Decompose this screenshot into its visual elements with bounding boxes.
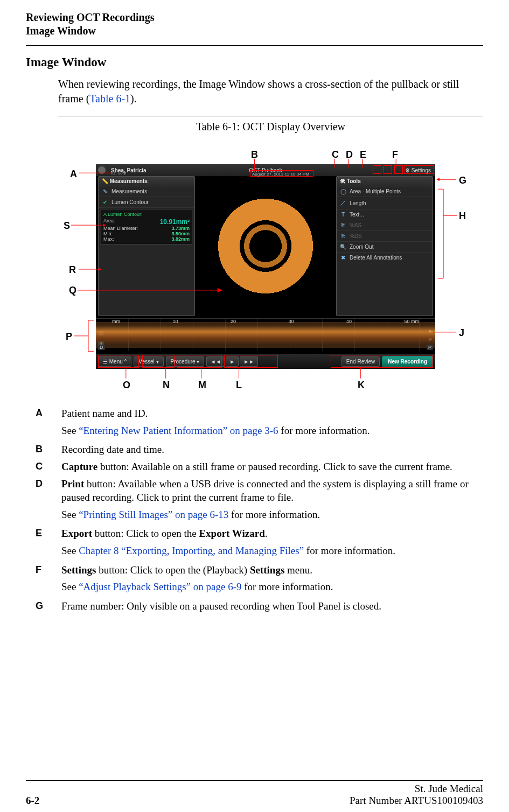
tool-zoom-out[interactable]: 🔍Zoom Out (337, 242, 433, 253)
footer-rule (26, 780, 483, 781)
legend-text-A: Patient name and ID. (61, 407, 483, 421)
legend-see-D: See “Printing Still Images” on page 6-13… (61, 508, 483, 522)
main-view: 📏 Measurements ✎Measurements ✔Lumen Cont… (96, 176, 435, 327)
line-icon: ／ (340, 199, 346, 207)
xref-link: “Entering New Patient Information” on pa… (79, 425, 278, 436)
label-M: M (198, 380, 206, 391)
legend-text-E: Export button: Click to open the Export … (61, 527, 483, 541)
legend-key-E: E (36, 527, 61, 541)
ruler: mm 10 20 30 40 50 mm (112, 319, 419, 324)
oct-cross-section (217, 198, 314, 295)
procedure-dropdown[interactable]: Procedure ▾ (166, 356, 205, 367)
legend-text-F: Settings button: Click to open the (Play… (61, 563, 483, 577)
label-O: O (123, 380, 130, 391)
footer-company: St. Jude Medical (350, 783, 483, 795)
label-D: D (346, 149, 353, 160)
delete-icon: ✖ (340, 255, 346, 261)
label-C: C (332, 149, 339, 160)
distal-label: D (98, 345, 105, 350)
footer-part: Part Number ARTUS100109403 (350, 795, 483, 807)
section-title: Image Window (26, 55, 483, 69)
bottom-bar: ☰ Menu ^ Vessel ▾ Procedure ▾ ◄◄ ► ►► En… (96, 354, 435, 369)
menu-icon: ☰ (103, 359, 108, 365)
label-A: A (70, 169, 77, 180)
page-footer: 6-2 St. Jude Medical Part Number ARTUS10… (26, 783, 483, 807)
intro-post: ). (130, 93, 137, 104)
avatar-icon (98, 166, 106, 174)
label-N: N (163, 380, 170, 391)
tools-header: 🛠 Tools (337, 177, 433, 186)
figure-area: Shea, Patricia ID: SJM OCT Pullback ⚙ Se… (58, 137, 483, 407)
vessel-dropdown[interactable]: Vessel ▾ (134, 356, 163, 367)
tool-area[interactable]: ◯Area - Multiple Points (337, 186, 433, 197)
menu-button[interactable]: ☰ Menu ^ (98, 356, 131, 367)
legend-list: A Patient name and ID. See “Entering New… (26, 407, 483, 617)
figure-block: Table 6-1: OCT Display Overview Shea, Pa… (58, 116, 483, 407)
label-H: H (459, 211, 466, 222)
running-header: Reviewing OCT Recordings Image Window (26, 11, 483, 38)
meandia-value: 3.73mm (171, 226, 190, 231)
label-B: B (251, 149, 258, 160)
legend-text-B: Recording date and time. (61, 443, 483, 457)
tools-panel: 🛠 Tools ◯Area - Multiple Points ／Length … (336, 176, 433, 316)
label-K: K (358, 380, 365, 391)
xref-link: “Printing Still Images” on page 6-13 (79, 509, 228, 520)
check-icon: ✔ (102, 199, 108, 205)
legend-key-F: F (36, 563, 61, 577)
tool-length[interactable]: ／Length (337, 197, 433, 209)
measurements-panel: 📏 Measurements ✎Measurements ✔Lumen Cont… (98, 176, 195, 316)
measurements-header: 📏 Measurements (99, 177, 194, 186)
label-J: J (459, 327, 464, 339)
header-rule (26, 45, 483, 46)
legend-key-A: A (36, 407, 61, 421)
tool-delete-all[interactable]: ✖Delete All Annotations (337, 253, 433, 263)
tool-ds[interactable]: %%DS (337, 231, 433, 242)
label-P: P (66, 331, 72, 342)
legend-see-E: See Chapter 8 “Exporting, Importing, and… (61, 544, 483, 558)
max-value: 3.82mm (171, 236, 190, 242)
area-value: 10.91mm² (160, 218, 190, 226)
end-review-button[interactable]: End Review (341, 356, 380, 367)
legend-see-F: See “Adjust Playback Settings” on page 6… (61, 580, 483, 594)
header-line1: Reviewing OCT Recordings (26, 11, 483, 24)
contour-title: A Lumen Contour: (103, 212, 190, 217)
play-button[interactable]: ► (226, 356, 239, 367)
table-xref: Table 6-1 (89, 93, 130, 104)
percent-icon: % (340, 233, 346, 239)
label-R: R (69, 264, 76, 276)
pencil-icon: ✎ (102, 188, 108, 194)
label-G: G (459, 175, 466, 186)
xref-link: “Adjust Playback Settings” on page 6-9 (79, 581, 241, 592)
next-button[interactable]: ►► (240, 356, 258, 367)
measurements-item[interactable]: ✎Measurements (99, 186, 194, 197)
legend-text-G: Frame number: Only visible on a paused r… (61, 599, 483, 613)
tool-as[interactable]: %%AS (337, 220, 433, 231)
screenshot: Shea, Patricia ID: SJM OCT Pullback ⚙ Se… (96, 164, 435, 369)
legend-see-A: See “Entering New Patient Information” o… (61, 424, 483, 438)
legend-key-C: C (36, 460, 61, 474)
new-recording-button[interactable]: New Recording (382, 356, 433, 367)
settings-button[interactable]: ⚙ Settings (405, 167, 431, 173)
label-E: E (360, 149, 366, 160)
legend-key-B: B (36, 443, 61, 457)
patient-id: ID: SJM (111, 171, 126, 176)
legend-text-C: Capture button: Available on a still fra… (61, 460, 483, 474)
min-value: 3.50mm (171, 231, 190, 236)
legend-key-G: G (36, 599, 61, 613)
label-F: F (392, 149, 398, 160)
title-bar: Shea, Patricia ID: SJM OCT Pullback ⚙ Se… (96, 164, 435, 176)
legend-text-D: Print button: Available when a USB drive… (61, 477, 483, 505)
prev-button[interactable]: ◄◄ (206, 356, 225, 367)
lumen-contour-block: A Lumen Contour: Area:10.91mm² Mean Diam… (101, 209, 192, 244)
legend-key-D: D (36, 477, 61, 505)
label-L: L (236, 380, 242, 391)
percent-icon: % (340, 222, 346, 228)
tool-text[interactable]: TText... (337, 209, 433, 220)
lumen-contour-item[interactable]: ✔Lumen Contour (99, 197, 194, 208)
xref-link: Chapter 8 “Exporting, Importing, and Man… (79, 545, 304, 556)
page-number: 6-2 (26, 795, 39, 807)
zoom-out-icon: 🔍 (340, 244, 346, 250)
circle-icon: ◯ (340, 188, 346, 194)
intro-paragraph: When reviewing recordings, the Image Win… (58, 77, 483, 106)
figure-caption: Table 6-1: OCT Display Overview (58, 121, 483, 133)
